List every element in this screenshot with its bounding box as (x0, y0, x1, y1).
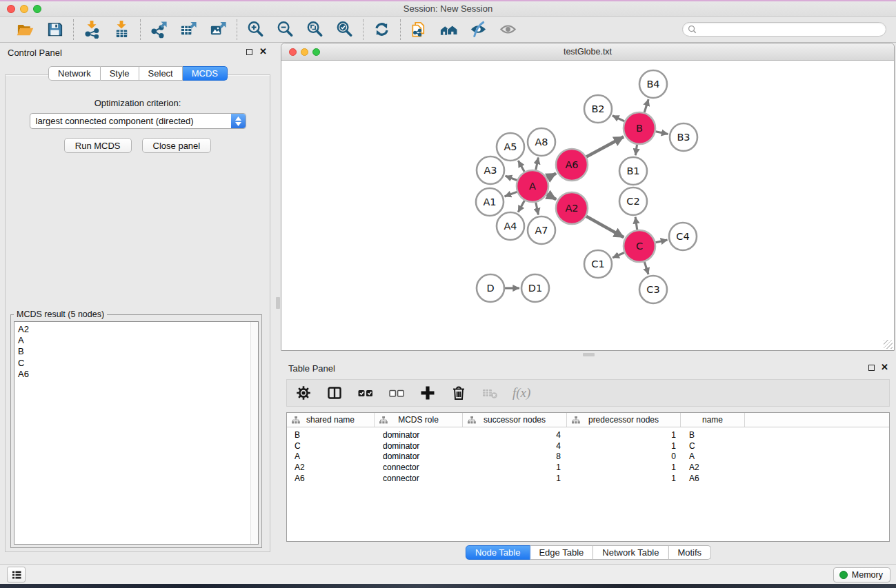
vertical-splitter-grip[interactable] (276, 297, 280, 309)
graph-node-A1[interactable]: A1 (476, 188, 504, 216)
graph-edge-A-A3[interactable] (506, 176, 517, 180)
graph-node-C2[interactable]: C2 (619, 187, 647, 215)
column-header-predecessor-nodes[interactable]: predecessor nodes (567, 413, 681, 427)
table-row[interactable]: Cdominator41C (287, 440, 889, 452)
import-network-icon[interactable] (83, 20, 101, 39)
mcds-result-item[interactable]: A (14, 335, 258, 346)
graph-node-C3[interactable]: C3 (639, 276, 667, 303)
graph-edge-A-A2[interactable] (547, 194, 556, 200)
search-box[interactable] (682, 22, 886, 37)
zoom-selected-icon[interactable] (335, 20, 354, 39)
graph-node-C[interactable]: C (624, 230, 655, 262)
table-row[interactable]: Adominator80A (287, 451, 889, 462)
close-table-panel-icon[interactable]: ✕ (881, 362, 888, 373)
search-input[interactable] (697, 24, 886, 35)
table-cell[interactable]: A6 (287, 474, 375, 483)
table-cell[interactable]: connector (375, 474, 463, 483)
refresh-layout-icon[interactable] (372, 20, 391, 39)
tab-node-table[interactable]: Node Table (466, 545, 530, 560)
table-cell[interactable]: 8 (463, 452, 567, 461)
table-cell[interactable]: 1 (567, 430, 681, 440)
graph-edge-B-B2[interactable] (613, 116, 624, 121)
graph-node-A3[interactable]: A3 (477, 156, 504, 184)
export-network-icon[interactable] (150, 20, 168, 39)
graph-edge-C-C1[interactable] (613, 253, 624, 258)
float-table-panel-icon[interactable] (868, 365, 875, 371)
tab-mcds[interactable]: MCDS (183, 66, 228, 81)
graph-edge-A-A8[interactable] (536, 158, 539, 170)
table-row[interactable]: A6connector11A6 (287, 473, 889, 484)
save-session-icon[interactable] (46, 20, 64, 39)
mcds-result-item[interactable]: A6 (14, 369, 258, 380)
tab-network[interactable]: Network (48, 66, 101, 81)
deselect-all-checkboxes-icon[interactable] (388, 385, 405, 401)
graph-node-A2[interactable]: A2 (556, 192, 588, 224)
table-row[interactable]: Bdominator41B (287, 429, 889, 440)
tab-network-table[interactable]: Network Table (593, 545, 668, 560)
table-cell[interactable]: 4 (463, 441, 567, 451)
export-table-icon[interactable] (179, 20, 198, 39)
settings-gear-icon[interactable] (295, 385, 312, 401)
mcds-result-list[interactable]: A2ABCA6 (14, 321, 259, 545)
table-cell[interactable]: connector (375, 463, 463, 472)
graph-node-D[interactable]: D (477, 274, 504, 302)
mcds-result-item[interactable]: B (14, 346, 258, 357)
export-image-icon[interactable] (209, 20, 228, 39)
graph-node-A8[interactable]: A8 (528, 128, 555, 156)
table-row[interactable]: A2connector11A2 (287, 462, 889, 473)
graph-node-B4[interactable]: B4 (639, 70, 667, 98)
graph-edge-C-C2[interactable] (635, 217, 637, 230)
criterion-dropdown[interactable]: largest connected component (directed) (30, 113, 246, 129)
toggle-column-view-icon[interactable] (326, 385, 343, 401)
duplicate-network-icon[interactable] (410, 20, 428, 39)
horizontal-splitter-grip[interactable] (583, 353, 595, 356)
run-mcds-button[interactable]: Run MCDS (64, 138, 132, 153)
hide-eye-icon[interactable] (469, 20, 488, 39)
select-all-checkboxes-icon[interactable] (357, 385, 374, 401)
table-cell[interactable]: A2 (681, 463, 745, 472)
table-cell[interactable]: 4 (463, 430, 567, 440)
graph-edge-A-A5[interactable] (518, 161, 524, 172)
graph-edge-B-B3[interactable] (656, 132, 668, 134)
graph-node-A5[interactable]: A5 (497, 133, 524, 161)
tab-edge-table[interactable]: Edge Table (530, 545, 593, 560)
graph-node-A6[interactable]: A6 (556, 149, 588, 181)
graph-node-C1[interactable]: C1 (584, 250, 612, 278)
table-cell[interactable]: 1 (463, 474, 567, 483)
delete-column-icon[interactable] (450, 385, 467, 401)
network-canvas[interactable]: B4B2BB3A8A5A6A3B1AA1C2A2A4A7C4CC1C3DD1 (282, 61, 893, 349)
table-cell[interactable]: 1 (567, 441, 681, 451)
tab-style[interactable]: Style (101, 66, 139, 81)
zoom-in-icon[interactable] (246, 20, 265, 39)
graph-node-B1[interactable]: B1 (619, 157, 647, 185)
table-cell[interactable]: B (681, 430, 745, 440)
graph-edge-A-A4[interactable] (518, 201, 524, 212)
tab-motifs[interactable]: Motifs (668, 545, 711, 560)
graph-node-B[interactable]: B (624, 112, 655, 144)
column-header-mcds-role[interactable]: MCDS role (375, 413, 463, 427)
graph-edge-C-C4[interactable] (655, 240, 667, 243)
graph-node-B2[interactable]: B2 (584, 95, 612, 123)
window-resize-grip[interactable] (884, 340, 893, 349)
table-cell[interactable]: 0 (567, 452, 681, 461)
graph-edge-B-B4[interactable] (644, 99, 648, 112)
table-cell[interactable]: A6 (681, 474, 745, 483)
column-header-shared-name[interactable]: shared name (287, 413, 375, 427)
table-cell[interactable]: dominator (375, 452, 463, 461)
graph-node-B3[interactable]: B3 (670, 123, 697, 151)
graph-node-A4[interactable]: A4 (497, 212, 524, 240)
table-cell[interactable]: dominator (375, 430, 463, 440)
tab-select[interactable]: Select (139, 66, 183, 81)
graph-edge-A2-C[interactable] (586, 216, 624, 238)
close-panel-icon[interactable]: ✕ (259, 46, 267, 57)
show-eye-icon[interactable] (499, 20, 517, 39)
table-cell[interactable]: B (287, 430, 375, 440)
open-file-icon[interactable] (16, 20, 34, 39)
table-cell[interactable]: 1 (567, 463, 681, 472)
mcds-result-item[interactable]: A2 (14, 324, 258, 335)
memory-button[interactable]: Memory (833, 567, 890, 582)
graph-node-A[interactable]: A (517, 170, 548, 202)
table-cell[interactable]: 1 (567, 474, 681, 483)
column-header-successor-nodes[interactable]: successor nodes (463, 413, 567, 427)
graph-edge-C-C3[interactable] (644, 262, 648, 274)
